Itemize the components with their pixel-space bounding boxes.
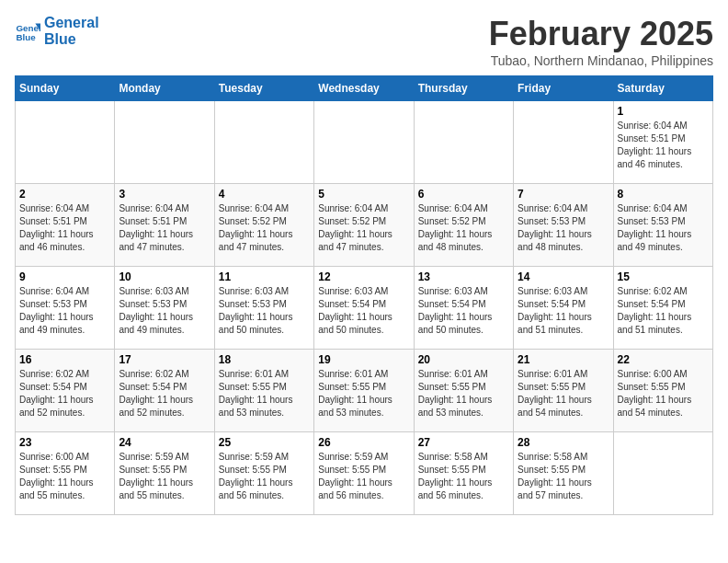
calendar-cell: 27Sunrise: 5:58 AM Sunset: 5:55 PM Dayli… [414,432,513,515]
calendar-week-2: 2Sunrise: 6:04 AM Sunset: 5:51 PM Daylig… [16,184,713,267]
calendar-cell: 9Sunrise: 6:04 AM Sunset: 5:53 PM Daylig… [16,267,115,350]
day-info: Sunrise: 6:04 AM Sunset: 5:52 PM Dayligh… [219,202,310,254]
day-info: Sunrise: 6:02 AM Sunset: 5:54 PM Dayligh… [119,368,210,419]
calendar-week-3: 9Sunrise: 6:04 AM Sunset: 5:53 PM Daylig… [16,267,713,350]
day-info: Sunrise: 6:00 AM Sunset: 5:55 PM Dayligh… [618,368,709,419]
calendar-cell [314,101,414,184]
day-number: 6 [418,188,509,201]
day-number: 13 [418,270,509,283]
logo-icon: General Blue [15,18,40,44]
day-number: 3 [119,188,210,201]
title-block: February 2025 Tubao, Northern Mindanao, … [489,15,713,68]
day-number: 9 [19,270,110,283]
calendar-cell: 16Sunrise: 6:02 AM Sunset: 5:54 PM Dayli… [16,350,115,432]
day-number: 2 [19,188,110,201]
day-info: Sunrise: 6:01 AM Sunset: 5:55 PM Dayligh… [418,368,509,419]
calendar-cell: 21Sunrise: 6:01 AM Sunset: 5:55 PM Dayli… [514,350,613,432]
day-info: Sunrise: 5:59 AM Sunset: 5:55 PM Dayligh… [219,451,310,502]
calendar-cell: 26Sunrise: 5:59 AM Sunset: 5:55 PM Dayli… [314,432,414,515]
day-info: Sunrise: 5:59 AM Sunset: 5:55 PM Dayligh… [119,451,210,502]
day-number: 24 [119,436,210,449]
calendar-cell: 1Sunrise: 6:04 AM Sunset: 5:51 PM Daylig… [613,101,712,184]
day-number: 21 [518,353,609,366]
day-info: Sunrise: 6:04 AM Sunset: 5:53 PM Dayligh… [518,202,609,254]
calendar-cell: 2Sunrise: 6:04 AM Sunset: 5:51 PM Daylig… [16,184,115,267]
calendar-cell: 23Sunrise: 6:00 AM Sunset: 5:55 PM Dayli… [16,432,115,515]
logo: General Blue General Blue [15,15,99,47]
weekday-thursday: Thursday [414,76,513,101]
calendar-cell: 6Sunrise: 6:04 AM Sunset: 5:52 PM Daylig… [414,184,513,267]
day-number: 7 [518,188,609,201]
calendar-cell: 22Sunrise: 6:00 AM Sunset: 5:55 PM Dayli… [613,350,712,432]
day-number: 17 [119,353,210,366]
calendar-cell: 5Sunrise: 6:04 AM Sunset: 5:52 PM Daylig… [314,184,414,267]
day-number: 20 [418,353,509,366]
weekday-monday: Monday [115,76,214,101]
calendar-cell: 4Sunrise: 6:04 AM Sunset: 5:52 PM Daylig… [214,184,313,267]
day-info: Sunrise: 6:03 AM Sunset: 5:54 PM Dayligh… [318,285,409,337]
calendar-table: SundayMondayTuesdayWednesdayThursdayFrid… [15,75,713,515]
day-number: 14 [518,270,609,283]
day-info: Sunrise: 6:04 AM Sunset: 5:53 PM Dayligh… [618,202,709,254]
day-info: Sunrise: 6:04 AM Sunset: 5:52 PM Dayligh… [318,202,409,254]
day-number: 1 [618,105,709,118]
calendar-cell [214,101,313,184]
calendar-week-4: 16Sunrise: 6:02 AM Sunset: 5:54 PM Dayli… [16,350,713,432]
day-number: 12 [318,270,409,283]
day-info: Sunrise: 6:01 AM Sunset: 5:55 PM Dayligh… [219,368,310,419]
weekday-friday: Friday [514,76,613,101]
day-info: Sunrise: 6:01 AM Sunset: 5:55 PM Dayligh… [518,368,609,419]
day-info: Sunrise: 5:59 AM Sunset: 5:55 PM Dayligh… [318,451,409,502]
day-info: Sunrise: 6:01 AM Sunset: 5:55 PM Dayligh… [318,368,409,419]
calendar-cell: 24Sunrise: 5:59 AM Sunset: 5:55 PM Dayli… [115,432,214,515]
day-number: 18 [219,353,310,366]
day-info: Sunrise: 5:58 AM Sunset: 5:55 PM Dayligh… [418,451,509,502]
weekday-header-row: SundayMondayTuesdayWednesdayThursdayFrid… [16,76,713,101]
calendar-cell: 12Sunrise: 6:03 AM Sunset: 5:54 PM Dayli… [314,267,414,350]
day-number: 15 [618,270,709,283]
day-number: 26 [318,436,409,449]
logo-text-general: General [44,15,99,31]
day-info: Sunrise: 6:04 AM Sunset: 5:51 PM Dayligh… [618,120,709,171]
weekday-wednesday: Wednesday [314,76,414,101]
day-number: 28 [518,436,609,449]
calendar-title: February 2025 [489,15,713,53]
day-info: Sunrise: 6:04 AM Sunset: 5:52 PM Dayligh… [418,202,509,254]
day-number: 22 [618,353,709,366]
day-info: Sunrise: 6:02 AM Sunset: 5:54 PM Dayligh… [618,285,709,337]
calendar-cell: 8Sunrise: 6:04 AM Sunset: 5:53 PM Daylig… [613,184,712,267]
calendar-cell: 17Sunrise: 6:02 AM Sunset: 5:54 PM Dayli… [115,350,214,432]
calendar-cell: 28Sunrise: 5:58 AM Sunset: 5:55 PM Dayli… [514,432,613,515]
day-number: 25 [219,436,310,449]
logo-text-blue: Blue [44,31,99,48]
weekday-tuesday: Tuesday [214,76,313,101]
calendar-subtitle: Tubao, Northern Mindanao, Philippines [489,53,713,68]
day-info: Sunrise: 6:03 AM Sunset: 5:54 PM Dayligh… [418,285,509,337]
calendar-cell: 11Sunrise: 6:03 AM Sunset: 5:53 PM Dayli… [214,267,313,350]
day-info: Sunrise: 6:04 AM Sunset: 5:51 PM Dayligh… [119,202,210,254]
calendar-cell: 25Sunrise: 5:59 AM Sunset: 5:55 PM Dayli… [214,432,313,515]
calendar-cell: 7Sunrise: 6:04 AM Sunset: 5:53 PM Daylig… [514,184,613,267]
day-number: 27 [418,436,509,449]
weekday-sunday: Sunday [16,76,115,101]
day-info: Sunrise: 6:04 AM Sunset: 5:53 PM Dayligh… [19,285,110,337]
calendar-cell [16,101,115,184]
calendar-header: SundayMondayTuesdayWednesdayThursdayFrid… [16,76,713,101]
calendar-cell: 10Sunrise: 6:03 AM Sunset: 5:53 PM Dayli… [115,267,214,350]
weekday-saturday: Saturday [613,76,712,101]
calendar-week-5: 23Sunrise: 6:00 AM Sunset: 5:55 PM Dayli… [16,432,713,515]
calendar-cell: 15Sunrise: 6:02 AM Sunset: 5:54 PM Dayli… [613,267,712,350]
day-number: 23 [19,436,110,449]
day-number: 19 [318,353,409,366]
calendar-cell: 18Sunrise: 6:01 AM Sunset: 5:55 PM Dayli… [214,350,313,432]
calendar-week-1: 1Sunrise: 6:04 AM Sunset: 5:51 PM Daylig… [16,101,713,184]
calendar-body: 1Sunrise: 6:04 AM Sunset: 5:51 PM Daylig… [16,101,713,515]
calendar-cell: 13Sunrise: 6:03 AM Sunset: 5:54 PM Dayli… [414,267,513,350]
day-info: Sunrise: 6:04 AM Sunset: 5:51 PM Dayligh… [19,202,110,254]
calendar-cell [414,101,513,184]
day-number: 10 [119,270,210,283]
page-header: General Blue General Blue February 2025 … [15,15,713,68]
day-info: Sunrise: 6:03 AM Sunset: 5:53 PM Dayligh… [219,285,310,337]
day-number: 5 [318,188,409,201]
day-number: 16 [19,353,110,366]
